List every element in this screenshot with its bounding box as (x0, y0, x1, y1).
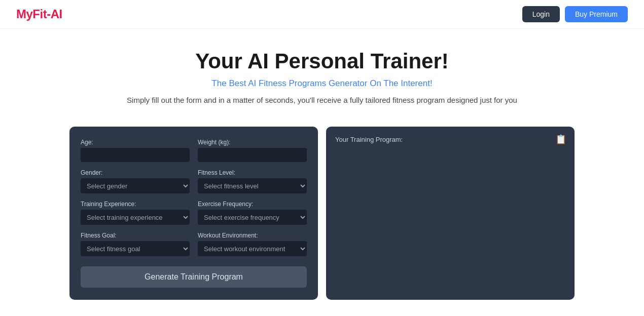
weight-group: Weight (kg): (198, 139, 307, 162)
age-group: Age: (81, 139, 190, 162)
output-label: Your Training Program: (335, 136, 403, 143)
exercise-freq-group: Exercise Frequency: Select exercise freq… (198, 201, 307, 225)
hero-description: Simply fill out the form and in a matter… (10, 96, 634, 104)
training-exp-label: Training Experience: (81, 201, 190, 208)
weight-input[interactable] (198, 148, 307, 162)
goal-env-row: Fitness Goal: Select fitness goal Workou… (81, 232, 307, 256)
gender-label: Gender: (81, 169, 190, 176)
gender-group: Gender: Select gender (81, 169, 190, 193)
header-buttons: Login Buy Premium (522, 6, 628, 22)
hero-subtitle: The Best AI Fitness Programs Generator O… (10, 78, 634, 89)
premium-section: Premium Subscription Unlimited Programs … (0, 312, 644, 316)
training-exp-group: Training Experience: Select training exp… (81, 201, 190, 225)
gender-fitness-row: Gender: Select gender Fitness Level: Sel… (81, 169, 307, 193)
copy-icon[interactable]: 📋 (555, 134, 566, 145)
exercise-freq-select[interactable]: Select exercise frequency (198, 210, 307, 225)
weight-label: Weight (kg): (198, 139, 307, 146)
generate-button[interactable]: Generate Training Program (81, 266, 307, 288)
hero-title: Your AI Personal Trainer! (10, 49, 634, 73)
training-exp-select[interactable]: Select training experience (81, 210, 190, 225)
age-label: Age: (81, 139, 190, 146)
logo: MyFit-AI (16, 7, 62, 21)
fitness-level-label: Fitness Level: (198, 169, 307, 176)
fitness-goal-select[interactable]: Select fitness goal (81, 241, 190, 256)
fitness-level-select[interactable]: Select fitness level (198, 178, 307, 193)
age-input[interactable] (81, 148, 190, 162)
header: MyFit-AI Login Buy Premium (0, 0, 644, 29)
training-exercise-row: Training Experience: Select training exp… (81, 201, 307, 225)
form-card: Age: Weight (kg): Gender: Select gender … (69, 127, 318, 300)
hero-section: Your AI Personal Trainer! The Best AI Fi… (0, 29, 644, 114)
fitness-goal-group: Fitness Goal: Select fitness goal (81, 232, 190, 256)
workout-env-select[interactable]: Select workout environment (198, 241, 307, 256)
gender-select[interactable]: Select gender (81, 178, 190, 193)
output-card: Your Training Program: 📋 (326, 127, 575, 300)
age-weight-row: Age: Weight (kg): (81, 139, 307, 162)
workout-env-label: Workout Environment: (198, 232, 307, 239)
workout-env-group: Workout Environment: Select workout envi… (198, 232, 307, 256)
buy-premium-button[interactable]: Buy Premium (565, 6, 628, 22)
main-section: Age: Weight (kg): Gender: Select gender … (0, 114, 644, 312)
exercise-freq-label: Exercise Frequency: (198, 201, 307, 208)
fitness-goal-label: Fitness Goal: (81, 232, 190, 239)
login-button[interactable]: Login (522, 6, 560, 22)
fitness-level-group: Fitness Level: Select fitness level (198, 169, 307, 193)
